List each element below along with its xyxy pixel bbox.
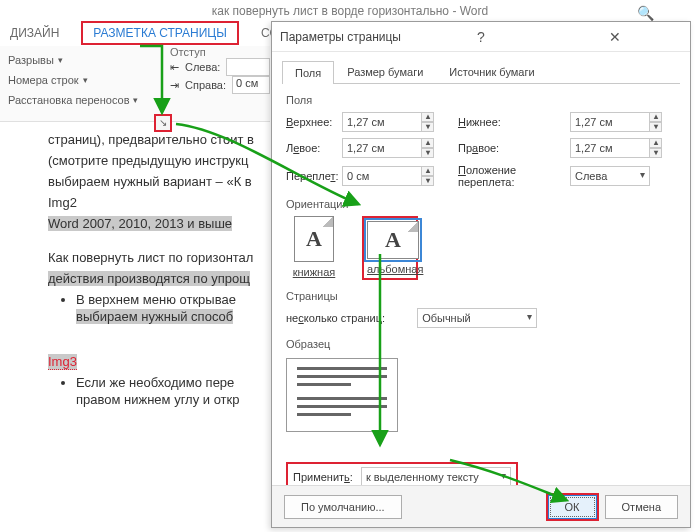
spinner[interactable]: ▴▾ (422, 112, 434, 132)
apply-to-label: Применить: (293, 471, 353, 483)
multi-pages-label: несколько страниц: (286, 312, 385, 324)
tab-design[interactable]: ДИЗАЙН (6, 24, 63, 42)
margin-left-label: Левое: (286, 142, 342, 154)
defaults-button[interactable]: По умолчанию... (284, 495, 402, 519)
indent-title: Отступ (170, 46, 270, 58)
window-title: как повернуть лист в ворде горизонтально… (0, 0, 700, 22)
pages-title: Страницы (286, 290, 676, 302)
gutter-pos-label: Положение переплета: (458, 164, 570, 188)
page-setup-dialog: Параметры страницы ? ✕ Поля Размер бумаг… (271, 21, 691, 528)
indent-right-text: Справа: (185, 79, 226, 91)
margin-bottom-label: Нижнее: (458, 116, 570, 128)
doc-img-placeholder: Img2 (48, 195, 268, 212)
margin-top-input[interactable]: 1,27 см (342, 112, 422, 132)
tab-paper-source[interactable]: Источник бумаги (436, 60, 547, 83)
cancel-button[interactable]: Отмена (605, 495, 678, 519)
indent-right-label: ⇥ (170, 79, 179, 92)
document-body[interactable]: страниц), предварительно стоит в (смотри… (48, 128, 268, 528)
tab-page-layout[interactable]: РАЗМЕТКА СТРАНИЦЫ (81, 21, 239, 45)
gutter-pos-select[interactable]: Слева (570, 166, 650, 186)
dialog-tabs: Поля Размер бумаги Источник бумаги (282, 60, 680, 84)
doc-heading-hl: Word 2007, 2010, 2013 и выше (48, 216, 232, 231)
doc-line: Как повернуть лист по горизонтал (48, 250, 268, 267)
orientation-landscape[interactable]: A альбомная (362, 216, 418, 280)
margin-bottom-input[interactable]: 1,27 см (570, 112, 650, 132)
tab-fields[interactable]: Поля (282, 61, 334, 84)
indent-right-input[interactable]: 0 см (232, 76, 270, 94)
tab-paper-size[interactable]: Размер бумаги (334, 60, 436, 83)
multi-pages-select[interactable]: Обычный (417, 308, 537, 328)
indent-left-label: ⇤ (170, 61, 179, 74)
spinner[interactable]: ▴▾ (650, 112, 662, 132)
doc-line: (смотрите предыдущую инструкц (48, 153, 268, 170)
spinner[interactable]: ▴▾ (422, 166, 434, 186)
margin-right-input[interactable]: 1,27 см (570, 138, 650, 158)
line-numbers-menu[interactable]: Номера строк (8, 74, 79, 86)
doc-bullet: В верхнем меню открывае выбираем нужный … (76, 292, 268, 326)
margin-right-label: Правое: (458, 142, 570, 154)
margins-title: Поля (286, 94, 676, 106)
doc-bullet: Если же необходимо пере правом нижнем уг… (76, 375, 268, 409)
margin-left-input[interactable]: 1,27 см (342, 138, 422, 158)
ribbon-tabs: ДИЗАЙН РАЗМЕТКА СТРАНИЦЫ ССЫЛК (6, 22, 308, 44)
doc-line: страниц), предварительно стоит в (48, 132, 268, 149)
doc-img-placeholder: Img3 (48, 354, 77, 370)
ok-button[interactable]: ОК (548, 495, 597, 519)
landscape-label: альбомная (367, 263, 413, 275)
indent-left-input[interactable] (226, 58, 270, 76)
spinner[interactable]: ▴▾ (422, 138, 434, 158)
preview-box (286, 358, 398, 432)
orientation-title: Ориентация (286, 198, 676, 210)
dialog-title: Параметры страницы (280, 30, 414, 44)
hyphenation-menu[interactable]: Расстановка переносов (8, 94, 129, 106)
margin-top-label: Верхнее: (286, 116, 342, 128)
preview-title: Образец (286, 338, 676, 350)
help-button[interactable]: ? (414, 29, 548, 45)
apply-to-select[interactable]: к выделенному тексту (361, 467, 511, 487)
doc-line: выбираем нужный вариант – «К в (48, 174, 268, 191)
doc-line-hl: действия производятся по упрощ (48, 271, 250, 286)
orientation-portrait[interactable]: A книжная (286, 216, 342, 280)
indent-left-text: Слева: (185, 61, 220, 73)
portrait-label: книжная (286, 266, 342, 278)
spinner[interactable]: ▴▾ (650, 138, 662, 158)
gutter-input[interactable]: 0 см (342, 166, 422, 186)
gutter-label: Переплет: (286, 170, 342, 182)
breaks-menu[interactable]: Разрывы (8, 54, 54, 66)
close-button[interactable]: ✕ (548, 29, 682, 45)
